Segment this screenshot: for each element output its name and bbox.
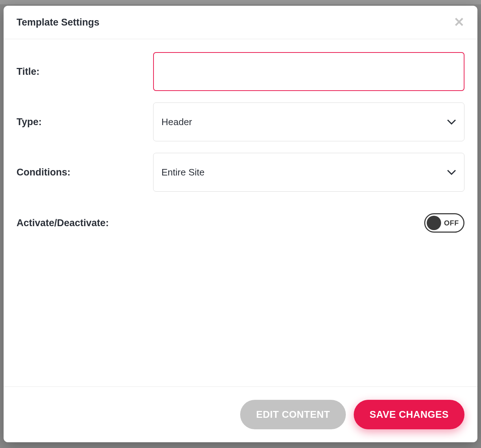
backdrop-decoration [0,0,481,4]
conditions-row: Conditions: Entire Site [17,153,464,192]
conditions-select-value: Entire Site [161,167,205,178]
modal-header: Template Settings ✕ [4,6,477,39]
save-changes-button[interactable]: SAVE CHANGES [354,400,464,429]
type-row: Type: Header [17,102,464,141]
chevron-down-icon [447,117,456,127]
conditions-select[interactable]: Entire Site [153,153,464,192]
modal-footer: EDIT CONTENT SAVE CHANGES [4,387,477,442]
edit-content-button[interactable]: EDIT CONTENT [240,400,346,429]
title-input[interactable] [153,52,464,91]
activate-row: Activate/Deactivate: OFF [17,213,464,233]
toggle-state-label: OFF [444,219,459,227]
modal-title: Template Settings [17,17,100,28]
close-icon[interactable]: ✕ [454,16,464,29]
title-label: Title: [17,66,153,77]
chevron-down-icon [447,168,456,177]
title-row: Title: [17,52,464,91]
modal-body: Title: Type: Header Conditions: Entire S… [4,39,477,387]
type-select[interactable]: Header [153,102,464,141]
template-settings-modal: Template Settings ✕ Title: Type: Header … [4,6,477,442]
toggle-knob [427,216,441,230]
type-select-value: Header [161,116,192,128]
activate-toggle[interactable]: OFF [424,213,464,233]
conditions-label: Conditions: [17,167,153,178]
type-label: Type: [17,116,153,128]
activate-label: Activate/Deactivate: [17,218,153,229]
